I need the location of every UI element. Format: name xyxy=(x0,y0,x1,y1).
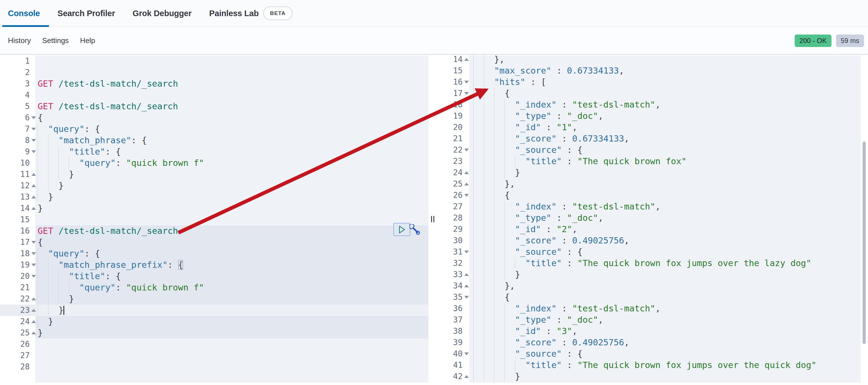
code-line[interactable]: } xyxy=(35,191,428,203)
request-editor-pane[interactable]: 123GET /test-dsl-match/_search45GET /tes… xyxy=(0,56,428,383)
token: "_type" xyxy=(515,111,552,121)
code-line[interactable]: "_type" : "_doc", xyxy=(469,212,861,224)
fold-caret-down-icon[interactable] xyxy=(464,352,469,355)
code-line[interactable]: } xyxy=(35,203,428,214)
code-line[interactable]: "query": "quick brown f" xyxy=(35,282,428,293)
code-line[interactable] xyxy=(35,350,428,361)
code-line[interactable]: { xyxy=(35,237,428,248)
gutter-line-number: 12 xyxy=(0,180,30,191)
fold-caret-down-icon[interactable] xyxy=(464,194,469,197)
code-line[interactable]: }, xyxy=(469,54,861,65)
fold-caret-down-icon[interactable] xyxy=(464,296,469,299)
code-line[interactable] xyxy=(35,214,428,225)
code-line[interactable] xyxy=(35,361,428,373)
code-line[interactable]: { xyxy=(469,292,861,303)
code-line[interactable]: } xyxy=(35,169,428,180)
code-line[interactable]: }, xyxy=(469,178,861,190)
code-line[interactable]: "_index" : "test-dsl-match", xyxy=(469,201,861,212)
code-line[interactable]: GET /test-dsl-match/_search xyxy=(35,78,428,90)
code-line[interactable]: "_id" : "3", xyxy=(469,326,861,337)
response-scrollbar-thumb[interactable] xyxy=(863,141,866,344)
fold-caret-up-icon[interactable] xyxy=(464,171,469,174)
code-line[interactable]: "title": { xyxy=(35,270,428,282)
indent-guide xyxy=(473,235,474,246)
response-viewer-pane[interactable]: 14 },15 "max_score" : 0.67334133,16 "hit… xyxy=(439,56,868,383)
fold-caret-up-icon[interactable] xyxy=(464,285,469,287)
code-line[interactable]: "_index" : "test-dsl-match", xyxy=(469,99,861,110)
code-line[interactable] xyxy=(35,67,428,78)
fold-caret-up-icon[interactable] xyxy=(464,58,469,61)
code-line[interactable]: "_source" : { xyxy=(469,145,861,156)
code-line[interactable]: "title": { xyxy=(35,146,428,157)
code-line[interactable] xyxy=(35,90,428,101)
tab-grok-debugger[interactable]: Grok Debugger xyxy=(132,0,192,27)
code-line[interactable]: "_index" : "test-dsl-match", xyxy=(469,303,861,314)
code-line[interactable]: "max_score" : 0.67334133, xyxy=(469,65,861,76)
code-line[interactable]: } xyxy=(35,304,428,316)
code-line[interactable]: } xyxy=(35,327,428,339)
token: "_index" xyxy=(515,201,557,212)
token: , xyxy=(572,326,577,336)
code-line[interactable]: "_score" : 0.67334133, xyxy=(469,133,861,145)
code-line[interactable]: { xyxy=(469,190,861,201)
code-line[interactable]: "title" : "The quick brown fox" xyxy=(469,156,861,167)
code-line[interactable]: "_source" : { xyxy=(469,348,861,359)
token: } xyxy=(473,372,520,381)
indent-guide xyxy=(473,280,474,292)
code-line[interactable]: "match_phrase": { xyxy=(35,135,428,146)
code-line[interactable]: } xyxy=(469,167,861,178)
code-line[interactable]: } xyxy=(35,293,428,304)
fold-caret-down-icon[interactable] xyxy=(464,251,469,253)
code-line[interactable]: } xyxy=(35,316,428,327)
code-line[interactable]: "_id" : "2", xyxy=(469,224,861,235)
token: "title" xyxy=(69,147,105,157)
menu-item-history[interactable]: History xyxy=(8,36,31,45)
send-request-button[interactable] xyxy=(393,223,410,236)
code-line[interactable]: "_id" : "1", xyxy=(469,122,861,133)
code-line[interactable]: } xyxy=(469,371,861,382)
tab-console[interactable]: Console xyxy=(8,0,40,27)
pane-splitter[interactable] xyxy=(428,56,439,383)
indent-guide xyxy=(473,190,474,201)
indent-guide xyxy=(494,280,494,292)
code-line[interactable]: { xyxy=(469,88,861,99)
indent-guide xyxy=(473,292,474,303)
code-line[interactable] xyxy=(35,56,428,67)
menu-item-help[interactable]: Help xyxy=(80,36,95,45)
menu-item-settings[interactable]: Settings xyxy=(42,36,69,45)
fold-caret-down-icon[interactable] xyxy=(464,92,469,95)
code-line[interactable]: "match_phrase_prefix": { xyxy=(35,259,428,270)
code-line[interactable]: }, xyxy=(469,280,861,292)
fold-caret-up-icon[interactable] xyxy=(464,375,469,378)
code-line[interactable]: GET /test-dsl-match/_search xyxy=(35,101,428,112)
code-line[interactable]: } xyxy=(469,269,861,280)
fold-caret-down-icon[interactable] xyxy=(464,81,469,84)
indent-guide xyxy=(484,303,484,314)
code-line[interactable]: "title" : "The quick brown fox jumps ove… xyxy=(469,359,861,371)
code-line[interactable]: "_source" : { xyxy=(469,246,861,258)
fold-caret-up-icon[interactable] xyxy=(464,273,469,276)
fold-caret-down-icon[interactable] xyxy=(464,149,469,152)
code-line[interactable]: { xyxy=(35,112,428,123)
request-options-button[interactable] xyxy=(409,224,420,236)
indent-guide xyxy=(494,212,494,224)
indent-guide xyxy=(484,167,484,178)
code-line[interactable]: "_score" : 0.49025756, xyxy=(469,235,861,246)
code-line[interactable]: "hits" : [ xyxy=(469,76,861,88)
indent-guide xyxy=(504,269,505,280)
code-line[interactable] xyxy=(35,339,428,350)
code-line[interactable]: GET /test-dsl-match/_search xyxy=(35,225,428,237)
code-line[interactable]: "_type" : "_doc", xyxy=(469,314,861,326)
code-line[interactable]: "query": { xyxy=(35,123,428,135)
code-line[interactable]: "query": "quick brown f" xyxy=(35,157,428,169)
fold-caret-up-icon[interactable] xyxy=(464,183,469,185)
code-line[interactable]: } xyxy=(35,180,428,191)
gutter-line-number: 36 xyxy=(439,303,463,314)
code-line[interactable]: "_type" : "_doc", xyxy=(469,110,861,122)
tab-painless-lab[interactable]: Painless LabBETA xyxy=(209,0,292,27)
tab-search-profiler[interactable]: Search Profiler xyxy=(58,0,115,27)
code-line[interactable]: "query": { xyxy=(35,248,428,259)
code-line[interactable]: "_score" : 0.49025756, xyxy=(469,337,861,348)
token: } xyxy=(38,317,53,326)
code-line[interactable]: "title" : "The quick brown fox jumps ove… xyxy=(469,258,861,269)
